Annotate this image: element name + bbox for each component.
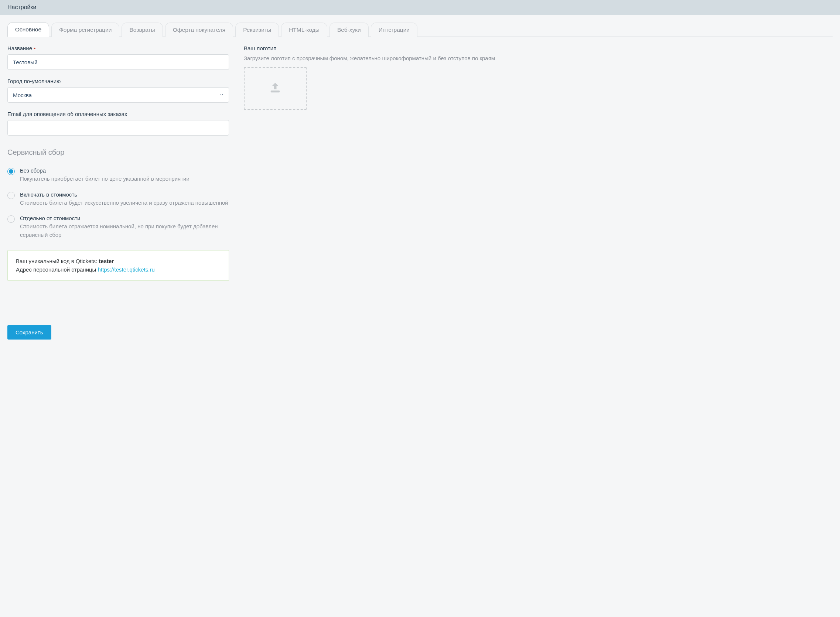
radio-desc: Покупатель приобретает билет по цене ука… [20,175,190,183]
tab-webhooks[interactable]: Веб-хуки [330,22,368,37]
radio-circle[interactable] [7,192,15,199]
name-label: Название• [7,45,229,52]
page-title: Настройки [7,4,36,10]
name-input[interactable] [7,54,229,70]
required-dot: • [34,45,35,52]
tab-html-codes[interactable]: HTML-коды [281,22,327,37]
info-code-value: tester [99,258,114,264]
tab-requisites[interactable]: Реквизиты [235,22,279,37]
tab-integrations[interactable]: Интеграции [371,22,417,37]
tab-registration-form[interactable]: Форма регистрации [52,22,119,37]
svg-rect-0 [271,90,280,92]
info-url-link[interactable]: https://tester.qtickets.ru [98,266,155,273]
logo-label: Ваш логотип [244,45,833,52]
radio-separate-fee[interactable]: Отдельно от стоимости Стоимость билета о… [7,215,244,239]
logo-hint: Загрузите логотип с прозрачным фоном, же… [244,54,833,63]
save-button[interactable]: Сохранить [7,325,52,339]
logo-upload[interactable] [244,67,307,110]
radio-label: Отдельно от стоимости [20,215,244,221]
upload-icon [267,80,283,97]
city-select[interactable] [7,87,229,103]
radio-desc: Стоимость билета будет искусственно увел… [20,199,228,207]
radio-circle[interactable] [7,168,15,175]
page-header: Настройки [0,0,840,15]
radio-label: Включать в стоимость [20,191,228,198]
email-label: Email для оповещения об оплаченных заказ… [7,111,229,117]
tab-main[interactable]: Основное [7,22,49,37]
radio-no-fee[interactable]: Без сбора Покупатель приобретает билет п… [7,167,244,183]
radio-desc: Стоимость билета отражается номинальной,… [20,223,244,239]
email-input[interactable] [7,120,229,136]
tab-refunds[interactable]: Возвраты [122,22,162,37]
radio-circle[interactable] [7,216,15,223]
info-url-prefix: Адрес персональной страницы [16,266,98,273]
info-code-prefix: Ваш уникальный код в Qtickets: [16,258,99,264]
info-box: Ваш уникальный код в Qtickets: tester Ад… [7,250,229,281]
tab-buyer-offer[interactable]: Оферта покупателя [165,22,233,37]
tabs-row: Основное Форма регистрации Возвраты Офер… [7,22,833,37]
city-label: Город по-умолчанию [7,78,229,84]
radio-label: Без сбора [20,167,190,174]
service-fee-title: Сервисный сбор [7,148,833,159]
radio-include-fee[interactable]: Включать в стоимость Стоимость билета бу… [7,191,244,207]
